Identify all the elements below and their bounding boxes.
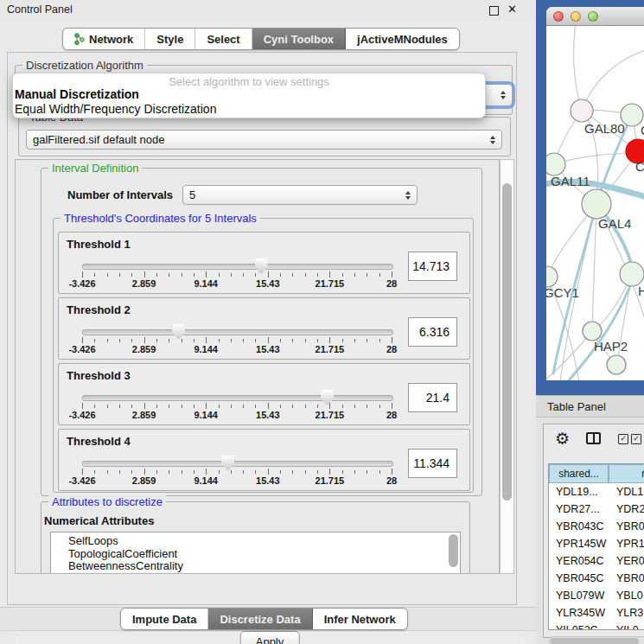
table-row[interactable]: YBR045CYBR0	[549, 570, 644, 587]
tab-label: Cyni Toolbox	[264, 33, 334, 46]
network-node-h[interactable]	[620, 262, 644, 286]
slider-tick	[305, 405, 306, 408]
checkbox-icon[interactable]: ✓	[631, 434, 641, 444]
table-row[interactable]: YBL079WYBL0	[549, 587, 644, 604]
scrollbar-thumb[interactable]	[502, 183, 512, 501]
slider-tick	[94, 339, 95, 342]
threshold-slider-track[interactable]	[82, 264, 393, 270]
table-row[interactable]: YBR043CYBR0	[549, 518, 644, 535]
tab-cyni-toolbox[interactable]: Cyni Toolbox	[252, 29, 346, 49]
checkbox-icon[interactable]: ✓	[618, 434, 628, 444]
slider-tick	[268, 337, 269, 343]
slider-tick-label: 21.715	[316, 475, 345, 486]
table-cell: YDR2	[616, 501, 644, 518]
list-scrollbar[interactable]	[449, 534, 458, 567]
slider-tick	[354, 405, 355, 408]
tab-network[interactable]: Network	[63, 29, 145, 49]
column-header-shared[interactable]: shared...	[549, 464, 609, 483]
slider-ticks	[82, 271, 392, 278]
threshold-slider-track[interactable]	[82, 395, 393, 401]
network-edge[interactable]	[582, 50, 644, 111]
network-node-gal4[interactable]	[582, 189, 611, 219]
network-window: GAL80GACGAL11GAL4GCY1HHAP2	[546, 7, 644, 380]
slider-tick-label: -3.426	[68, 410, 95, 420]
attribute-list-item[interactable]: BetweennessCentrality	[51, 560, 460, 573]
table-panel-title: Table Panel	[547, 400, 606, 413]
slider-tick	[156, 470, 157, 474]
node-attribute-table[interactable]: shared...na YDL19...YDL1YDR27...YDR2YBR0…	[548, 463, 644, 630]
network-canvas[interactable]: GAL80GACGAL11GAL4GCY1HHAP2	[546, 26, 644, 380]
tab-infer-network[interactable]: Infer Network	[313, 609, 407, 629]
table-data-combobox[interactable]: galFiltered.sif default node	[26, 130, 502, 150]
slider-tick	[243, 470, 244, 474]
slider-tick	[194, 405, 194, 408]
scrollbar-thumb[interactable]	[551, 638, 639, 644]
table-row[interactable]: YER054CYER0	[549, 552, 644, 570]
attribute-list-item[interactable]: SelfLoops	[51, 535, 460, 548]
slider-tick	[119, 405, 120, 408]
table-rows: YDL19...YDL1YDR27...YDR2YBR043CYBR0YPR14…	[549, 483, 644, 629]
network-node[interactable]	[607, 355, 626, 374]
table-row[interactable]: YDR27...YDR2	[549, 501, 644, 518]
control-panel-content: Discretization Algorithm Select algorith…	[7, 52, 517, 605]
close-traffic-light-icon[interactable]	[553, 11, 564, 22]
network-node-label: GCY1	[546, 285, 579, 300]
slider-tick-labels: -3.4262.8599.14415.4321.71528	[82, 475, 392, 486]
network-node-gal11[interactable]	[546, 153, 565, 175]
tab-jactivemnodules[interactable]: jActiveMNodules	[346, 29, 459, 49]
slider-tick	[206, 469, 207, 475]
slider-tick	[169, 405, 169, 408]
slider-tick	[119, 273, 120, 277]
threshold-value-field[interactable]: 11.344	[408, 449, 457, 478]
network-edge[interactable]	[574, 26, 582, 111]
table-row[interactable]: YLR345WYLR3	[549, 604, 644, 622]
network-node-hap2[interactable]	[583, 322, 602, 341]
tab-select[interactable]: Select	[195, 29, 252, 49]
minimize-traffic-light-icon[interactable]	[571, 11, 581, 22]
zoom-traffic-light-icon[interactable]	[588, 11, 598, 22]
threshold-value-field[interactable]: 14.713	[408, 252, 457, 281]
tab-discretize-data[interactable]: Discretize Data	[208, 609, 312, 629]
slider-tick-label: 21.715	[316, 410, 345, 420]
dropdown-option-manual-discretization[interactable]: Manual Discretization	[15, 87, 139, 101]
network-node-label: GA	[641, 123, 644, 137]
table-panel-body: ⚙ ✓ ✓ shared...na YDL19...YDL1YDR27...YD…	[543, 424, 644, 638]
threshold-slider-track[interactable]	[82, 461, 393, 467]
threshold-value-field[interactable]: 21.4	[408, 383, 457, 412]
network-node-gal80[interactable]	[571, 99, 593, 122]
gear-icon[interactable]: ⚙	[555, 429, 570, 448]
numerical-attributes-list[interactable]: SelfLoopsTopologicalCoefficientBetweenne…	[50, 532, 461, 574]
split-columns-icon[interactable]	[586, 432, 601, 444]
slider-tick	[317, 470, 318, 474]
network-node-gcy1[interactable]	[546, 266, 558, 287]
table-panel: ⚙ ✓ ✓ shared...na YDL19...YDL1YDR27...YD…	[536, 418, 644, 644]
attribute-list-item[interactable]: TopologicalCoefficient	[51, 548, 460, 561]
column-header-na[interactable]: na	[609, 464, 644, 483]
num-intervals-combobox[interactable]: 5	[182, 185, 418, 205]
slider-tick-label: -3.426	[68, 278, 95, 289]
slider-tick	[255, 339, 256, 342]
interval-definition-group: Interval Definition Number of Intervals …	[41, 168, 482, 496]
num-intervals-label: Number of Intervals	[67, 188, 173, 201]
group-title: Attributes to discretize	[48, 495, 166, 508]
slider-tick	[194, 273, 194, 277]
table-horizontal-scrollbar[interactable]	[549, 636, 644, 644]
main-vertical-scrollbar[interactable]	[500, 159, 514, 574]
tab-style[interactable]: Style	[145, 29, 195, 49]
tab-impute-data[interactable]: Impute Data	[121, 609, 208, 629]
dropdown-hint: Select algorithm to view settings	[13, 75, 485, 88]
apply-button[interactable]: Apply	[240, 631, 300, 644]
group-title: Discretization Algorithm	[22, 59, 147, 72]
slider-tick	[243, 339, 244, 342]
table-row[interactable]: YPR145WYPR1	[549, 535, 644, 552]
float-window-icon[interactable]	[489, 6, 499, 16]
threshold-value-field[interactable]: 6.316	[408, 317, 457, 347]
thresholds-group: Threshold's Coordinates for 5 Intervals …	[53, 218, 474, 493]
dropdown-option-equal-width-frequency[interactable]: Equal Width/Frequency Discretization	[15, 102, 216, 116]
threshold-slider-track[interactable]	[82, 329, 393, 335]
network-edge[interactable]	[554, 153, 636, 164]
table-row[interactable]: YIL052CYIL0	[549, 622, 644, 629]
table-row[interactable]: YDL19...YDL1	[549, 483, 644, 501]
close-icon[interactable]: ✕	[507, 3, 517, 16]
threshold-panel-3: Threshold 3-3.4262.8599.14415.4321.71528…	[58, 363, 470, 425]
